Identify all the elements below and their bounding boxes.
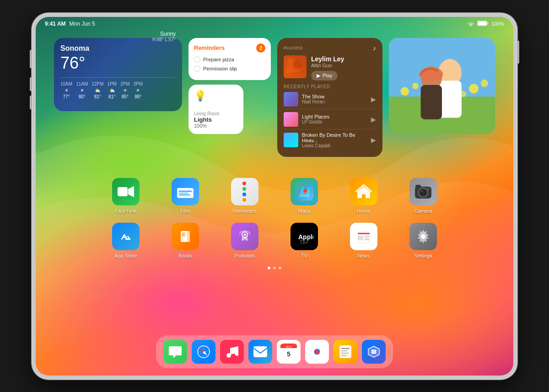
battery-percent: 100% (491, 21, 504, 27)
side-button[interactable] (517, 41, 519, 64)
svg-rect-1 (487, 22, 489, 24)
svg-marker-19 (128, 186, 134, 197)
dock: 5 MON (156, 335, 393, 368)
page-dot-1[interactable] (268, 267, 270, 269)
app-row-1: FaceTime Files (63, 178, 486, 214)
appstore-icon (112, 223, 140, 250)
svg-text:TV+: TV+ (300, 240, 308, 245)
news-label: News (357, 253, 370, 258)
dock-arcade[interactable] (362, 340, 386, 364)
svg-rect-22 (179, 193, 188, 193)
dock-calendar[interactable]: 5 MON (277, 340, 301, 364)
home-percent: 100% (194, 123, 238, 129)
music-album-art (284, 55, 307, 78)
svg-rect-16 (421, 85, 442, 119)
svg-rect-3 (284, 55, 307, 78)
app-maps[interactable]: Maps (291, 178, 318, 214)
reminder-checkbox-1 (194, 56, 200, 63)
volume-down-button[interactable] (30, 96, 32, 109)
settings-label: Settings (414, 253, 432, 258)
app-files[interactable]: Files (172, 178, 199, 214)
weather-temp: 76° (60, 54, 89, 73)
dock-music[interactable] (220, 340, 244, 364)
track-2-play-icon[interactable]: ▶ (371, 116, 376, 123)
svg-rect-46 (358, 236, 363, 240)
svg-rect-45 (358, 233, 370, 234)
svg-point-51 (421, 235, 425, 238)
track-3-title: Broken By Desire To Be Heav... (302, 132, 367, 143)
weather-widget[interactable]: Sonoma 76° Sunny H:88° L:57° 10AM☀77° (54, 38, 182, 111)
app-podcasts[interactable]: Podcasts (231, 223, 258, 258)
camera-label: Camera (414, 208, 432, 214)
svg-rect-75 (339, 345, 351, 358)
dock-messages[interactable] (163, 340, 187, 364)
app-tv[interactable]: Apple TV+ TV (291, 223, 318, 258)
svg-rect-79 (341, 355, 347, 356)
app-books[interactable]: Books (172, 223, 199, 258)
page-dot-3[interactable] (279, 267, 281, 269)
play-icon: ▶ (317, 73, 320, 79)
books-icon (172, 223, 199, 250)
files-label: Files (180, 208, 190, 214)
svg-point-9 (412, 83, 419, 89)
svg-rect-35 (183, 231, 190, 242)
svg-point-32 (421, 190, 423, 192)
maps-label: Maps (298, 208, 311, 214)
music-track-3[interactable]: Broken By Desire To Be Heav... Lewis Cap… (284, 132, 376, 150)
reminder-text-2: Permission slip (203, 66, 237, 71)
app-reminders[interactable]: Reminders (231, 178, 258, 214)
track-1-play-icon[interactable]: ▶ (371, 96, 376, 103)
volume-up-button[interactable] (30, 77, 32, 91)
power-button[interactable] (30, 50, 32, 68)
weather-condition: Sunny H:88° L:57° (152, 31, 176, 42)
svg-rect-18 (118, 187, 128, 196)
lightbulb-icon: 💡 (194, 90, 238, 102)
home-app-icon (350, 178, 377, 205)
track-3-play-icon[interactable]: ▶ (371, 136, 376, 144)
music-note-icon: ♪ (373, 44, 376, 52)
home-app-label: Home (357, 208, 370, 214)
svg-rect-47 (364, 236, 370, 236)
svg-rect-77 (341, 350, 348, 351)
ipad-frame: 9:41 AM Mon Jun 5 (32, 13, 517, 379)
svg-point-5 (293, 60, 302, 69)
svg-point-33 (427, 188, 429, 190)
reminders-widget[interactable]: Reminders 2 Prepare pizza Permission sli… (188, 38, 271, 80)
svg-rect-2 (478, 21, 486, 25)
photos-widget[interactable] (389, 38, 495, 134)
app-settings[interactable]: Settings (409, 223, 437, 258)
news-icon (350, 223, 377, 250)
dock-safari[interactable] (192, 340, 215, 364)
music-track-2[interactable]: Light Places LP Giobbi ▶ (284, 112, 376, 129)
app-home[interactable]: Home (350, 178, 377, 214)
track-3-thumb (284, 133, 298, 147)
app-appstore[interactable]: App Store (112, 223, 140, 258)
files-icon (172, 178, 199, 205)
dock-notes[interactable] (334, 340, 357, 364)
svg-rect-59 (237, 346, 238, 353)
svg-point-11 (481, 80, 488, 87)
reminder-item-1: Prepare pizza (194, 56, 265, 63)
app-facetime[interactable]: FaceTime (112, 178, 140, 214)
reminder-text-1: Prepare pizza (203, 57, 234, 62)
track-1-artist: Niall Horan (302, 99, 367, 104)
home-widget[interactable]: 💡 Living Room Lights 100% (188, 85, 243, 134)
music-play-button[interactable]: ▶ Play (311, 71, 338, 81)
app-news[interactable]: News (350, 223, 377, 258)
music-track-1[interactable]: The Show Niall Horan ▶ (284, 92, 376, 109)
page-dot-2[interactable] (273, 267, 276, 269)
dock-mail[interactable] (248, 340, 272, 364)
track-2-thumb (284, 112, 298, 127)
music-status: PAUSED (284, 46, 303, 50)
music-widget[interactable]: PAUSED ♪ Leylim Ley (277, 38, 382, 157)
svg-text:Apple: Apple (298, 233, 313, 241)
dock-photos[interactable] (305, 340, 329, 364)
svg-rect-38 (182, 236, 185, 236)
battery-icon (477, 21, 489, 27)
page-dots (36, 263, 513, 273)
app-camera[interactable]: Camera (409, 178, 437, 214)
svg-marker-4 (286, 58, 302, 74)
podcasts-label: Podcasts (234, 253, 255, 258)
svg-text:MON: MON (286, 345, 291, 348)
tv-icon: Apple TV+ (291, 223, 318, 250)
